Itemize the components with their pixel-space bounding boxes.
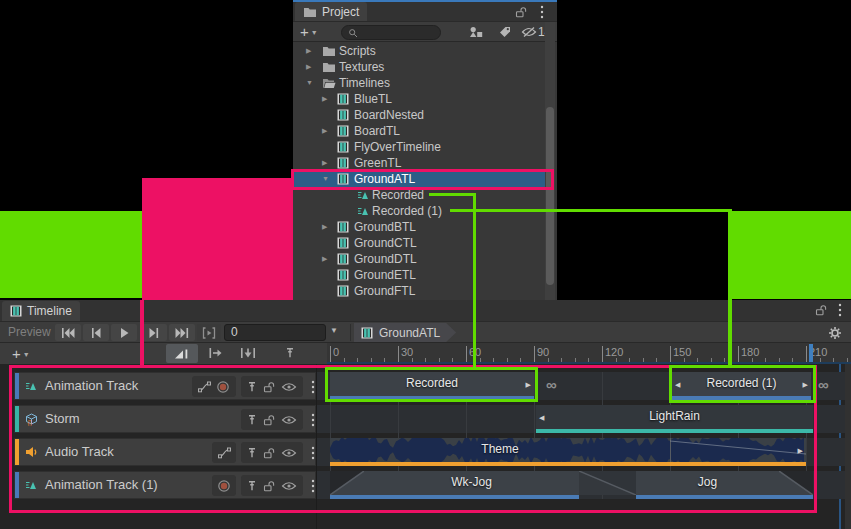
clip-recorded[interactable]: Recorded▶ xyxy=(330,372,534,400)
clip-track-strip xyxy=(330,462,806,466)
mix-mode-button[interactable] xyxy=(166,344,198,363)
timeline-menu-icon[interactable] xyxy=(838,303,842,317)
clip-recorded-1[interactable]: Recorded (1)◀▶ xyxy=(672,372,811,400)
pin-toggle-pin-icon[interactable] xyxy=(247,381,257,393)
mute-toggle-eye-icon[interactable] xyxy=(281,448,297,458)
play-range-button[interactable] xyxy=(197,324,221,341)
tree-expand-arrow[interactable]: ▶ xyxy=(306,43,311,59)
pin-toggle-pin-icon[interactable] xyxy=(247,480,257,492)
track-menu-icon[interactable] xyxy=(311,380,315,394)
mute-toggle-eye-icon[interactable] xyxy=(281,382,297,392)
tree-expand-arrow[interactable]: ▶ xyxy=(306,59,311,75)
tree-item-groundftl[interactable]: GroundFTL xyxy=(293,283,545,299)
track-header-audio-track[interactable]: Audio Track xyxy=(14,438,316,466)
tree-item-bluetl[interactable]: ▶BlueTL xyxy=(293,91,545,107)
clip-out-arrow-icon[interactable]: ▶ xyxy=(803,380,808,390)
tree-expand-arrow[interactable]: ▶ xyxy=(322,219,327,235)
tree-expand-arrow[interactable]: ▶ xyxy=(322,251,327,267)
clip-jog[interactable]: Jog xyxy=(636,471,813,499)
tree-item-groundetl[interactable]: GroundETL xyxy=(293,267,545,283)
tree-item-groundbtl[interactable]: ▶GroundBTL xyxy=(293,219,545,235)
timeline-add-button[interactable]: + ▼ xyxy=(12,344,30,364)
clip-out-arrow-icon[interactable]: ▶ xyxy=(526,380,531,390)
tree-expand-arrow[interactable]: ▶ xyxy=(322,123,327,139)
timeline-end-marker[interactable] xyxy=(809,344,813,362)
tl-asset-icon xyxy=(337,93,349,105)
tree-item-flyovertimeline[interactable]: FlyOverTimeline xyxy=(293,139,545,155)
tree-item-textures[interactable]: ▶Textures xyxy=(293,59,545,75)
tl-asset-icon xyxy=(337,237,349,249)
tree-item-greentl[interactable]: ▶GreenTL xyxy=(293,155,545,171)
prev-frame-button[interactable] xyxy=(83,324,109,341)
track-menu-icon[interactable] xyxy=(311,413,315,427)
track-header-animation-track[interactable]: Animation Track xyxy=(14,372,316,400)
frame-field[interactable]: 0 xyxy=(224,324,326,341)
tree-item-recorded-1[interactable]: Recorded (1) xyxy=(293,203,545,219)
tree-item-label: GroundETL xyxy=(354,267,416,283)
track-menu-icon[interactable] xyxy=(311,479,315,493)
curves-button[interactable] xyxy=(198,381,211,393)
ruler-major-tick xyxy=(738,346,739,363)
record-button[interactable] xyxy=(216,380,230,394)
mute-toggle-eye-icon[interactable] xyxy=(281,415,297,425)
clip-in-arrow-icon[interactable]: ◀ xyxy=(675,380,680,390)
tree-item-groundctl[interactable]: GroundCTL xyxy=(293,235,545,251)
goto-end-button[interactable] xyxy=(169,324,195,341)
tree-item-boardtl[interactable]: ▶BoardTL xyxy=(293,123,545,139)
next-frame-button[interactable] xyxy=(141,324,167,341)
ruler-pin-icon[interactable] xyxy=(285,347,295,359)
timeline-ruler[interactable]: 0306090120150180210 xyxy=(327,343,851,364)
clip-out-arrow-icon[interactable]: ▶ xyxy=(798,446,803,456)
folder-icon xyxy=(322,61,336,73)
tab-timeline[interactable]: Timeline xyxy=(2,301,80,321)
timeline-panel: Timeline Preview 0 ▼ GroundATL xyxy=(0,300,851,529)
play-button[interactable] xyxy=(111,324,137,341)
lock-toggle-lock-open-icon[interactable] xyxy=(263,480,275,492)
lock-toggle-lock-open-icon[interactable] xyxy=(263,381,275,393)
ruler-tick-label: 150 xyxy=(673,346,691,358)
project-scrollbar[interactable] xyxy=(545,22,555,300)
clip-track-strip xyxy=(672,396,811,400)
tree-item-timelines[interactable]: ▼Timelines xyxy=(293,75,545,91)
clip-wk-jog[interactable]: Wk-Jog xyxy=(330,471,636,499)
tl-asset-icon xyxy=(337,141,349,153)
lock-toggle-lock-open-icon[interactable] xyxy=(263,447,275,459)
ruler-major-tick xyxy=(602,346,603,363)
breadcrumb[interactable]: GroundATL xyxy=(354,323,456,342)
timeline-lock-icon[interactable] xyxy=(815,304,827,316)
timeline-settings-gear-icon[interactable] xyxy=(828,326,842,340)
curves-button[interactable] xyxy=(218,447,231,459)
tree-item-boardnested[interactable]: BoardNested xyxy=(293,107,545,123)
anim-clip-icon xyxy=(357,205,369,217)
track-option-buttons xyxy=(192,376,236,397)
clip-theme[interactable]: Theme▶ xyxy=(330,438,806,466)
timeline-vscrollbar[interactable] xyxy=(845,364,851,529)
tree-item-scripts[interactable]: ▶Scripts xyxy=(293,43,545,59)
tree-expand-arrow[interactable]: ▼ xyxy=(306,75,313,91)
tree-expand-arrow[interactable]: ▶ xyxy=(322,155,327,171)
tree-expand-arrow[interactable]: ▶ xyxy=(322,91,327,107)
pin-toggle-pin-icon[interactable] xyxy=(247,447,257,459)
track-name: Animation Track xyxy=(45,373,138,399)
frame-field-dropdown-icon[interactable]: ▼ xyxy=(330,326,338,335)
pin-toggle-pin-icon[interactable] xyxy=(247,414,257,426)
tree-expand-arrow[interactable]: ▼ xyxy=(322,171,329,187)
clip-lightrain[interactable]: LightRain◀ xyxy=(536,405,813,433)
track-menu-icon[interactable] xyxy=(311,446,315,460)
replace-mode-icon[interactable] xyxy=(240,347,256,359)
lock-toggle-lock-open-icon[interactable] xyxy=(263,414,275,426)
clip-label: Jog xyxy=(636,475,779,489)
goto-start-button[interactable] xyxy=(55,324,81,341)
clip-in-arrow-icon[interactable]: ◀ xyxy=(539,413,544,423)
track-header-storm[interactable]: {}Storm xyxy=(14,405,316,433)
record-button[interactable] xyxy=(217,479,231,493)
tree-item-recorded[interactable]: Recorded xyxy=(293,187,545,203)
track-header-animation-track-1[interactable]: Animation Track (1) xyxy=(14,471,316,499)
ripple-mode-icon[interactable] xyxy=(208,347,224,359)
mute-toggle-eye-icon[interactable] xyxy=(281,481,297,491)
preview-button[interactable]: Preview xyxy=(8,325,51,339)
ruler-tick-label: 0 xyxy=(333,346,339,358)
project-scrollbar-thumb[interactable] xyxy=(546,107,554,285)
tree-item-groundatl[interactable]: ▼GroundATL xyxy=(293,171,545,187)
tree-item-grounddtl[interactable]: ▶GroundDTL xyxy=(293,251,545,267)
